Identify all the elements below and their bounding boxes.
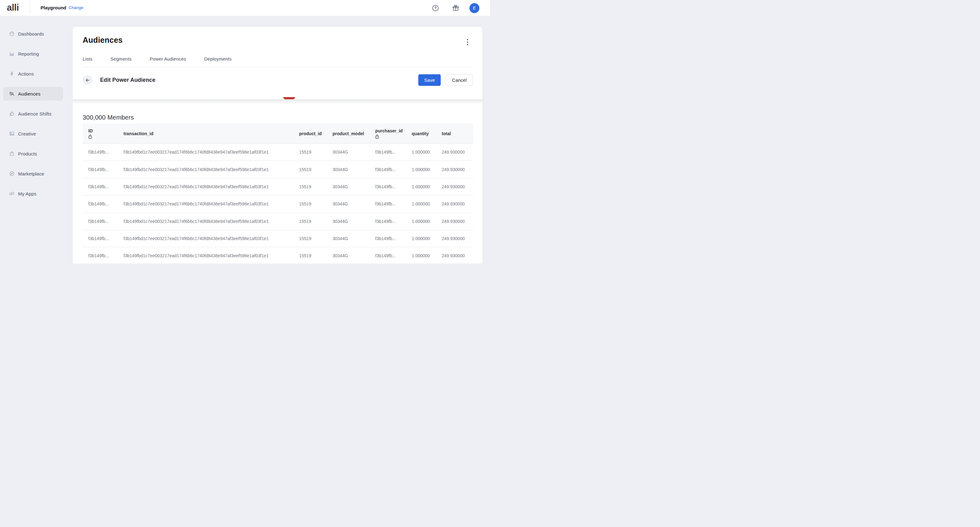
panel-sticky-header: Audiences Lists Segments Power Audiences… bbox=[73, 27, 482, 99]
cell-total: 249.930000 bbox=[436, 230, 473, 247]
gift-icon bbox=[452, 4, 460, 12]
column-label: quantity bbox=[412, 131, 428, 136]
sidebar-item-label: My Apps bbox=[18, 191, 37, 196]
cell-id: f3b149fb... bbox=[83, 247, 118, 264]
cell-quantity: 1.000000 bbox=[406, 195, 436, 212]
column-header-product_model: product_model bbox=[327, 124, 370, 143]
hidden-red-button[interactable] bbox=[283, 97, 295, 99]
cell-total: 249.930000 bbox=[436, 144, 473, 160]
cell-product_model: 30344G bbox=[327, 230, 370, 247]
column-label: ID bbox=[88, 128, 92, 133]
tab-lists[interactable]: Lists bbox=[83, 56, 92, 62]
sidebar-item-label: Reporting bbox=[18, 51, 39, 56]
column-header-purchaser_id: purchaser_id bbox=[370, 124, 406, 143]
sidebar-item-label: Audiences bbox=[18, 91, 41, 96]
sidebar-item-label: Marketplace bbox=[18, 171, 44, 176]
audiences-panel: Audiences Lists Segments Power Audiences… bbox=[73, 27, 482, 264]
user-avatar[interactable]: E bbox=[469, 3, 479, 13]
sidebar-item-dashboards[interactable]: Dashboards bbox=[3, 27, 63, 41]
cell-quantity: 1.000000 bbox=[406, 144, 436, 160]
sidebar-item-my-apps[interactable]: My Apps bbox=[3, 187, 63, 200]
cell-id: f3b149fb... bbox=[83, 161, 118, 178]
tab-power-audiences[interactable]: Power Audiences bbox=[150, 56, 186, 62]
cell-transaction_id: f3b149fbd1c7ee003217ead174f6b6c1740fd843… bbox=[118, 195, 293, 212]
sidebar-item-label: Audience Shifts bbox=[18, 111, 51, 117]
cell-product_id: 15519 bbox=[293, 178, 327, 195]
sidebar-item-label: Products bbox=[18, 151, 37, 157]
audience-tabs: Lists Segments Power Audiences Deploymen… bbox=[83, 56, 473, 67]
cell-transaction_id: f3b149fbd1c7ee003217ead174f6b6c1740fd843… bbox=[118, 212, 293, 230]
cell-product_model: 30344G bbox=[327, 161, 370, 178]
column-header-quantity: quantity bbox=[406, 124, 436, 143]
cell-product_id: 15519 bbox=[293, 161, 327, 178]
cell-id: f3b149fb... bbox=[83, 212, 118, 230]
back-button[interactable] bbox=[83, 75, 92, 85]
cell-transaction_id: f3b149fbd1c7ee003217ead174f6b6c1740fd843… bbox=[118, 247, 293, 264]
image-icon bbox=[9, 131, 15, 136]
rewards-button[interactable] bbox=[452, 4, 460, 12]
table-header-row: IDtransaction_idproduct_idproduct_modelp… bbox=[83, 124, 473, 144]
cell-total: 249.930000 bbox=[436, 195, 473, 212]
sidebar-item-audiences[interactable]: Audiences bbox=[3, 87, 63, 101]
table-row: f3b149fb...f3b149fbd1c7ee003217ead174f6b… bbox=[83, 247, 473, 264]
table-body: f3b149fb...f3b149fbd1c7ee003217ead174f6b… bbox=[83, 144, 473, 264]
more-options-button[interactable] bbox=[465, 38, 471, 46]
bar-chart-icon bbox=[9, 51, 15, 56]
sidebar-item-creative[interactable]: Creative bbox=[3, 127, 63, 141]
lock-icon bbox=[375, 134, 379, 139]
cell-quantity: 1.000000 bbox=[406, 178, 436, 195]
cell-quantity: 1.000000 bbox=[406, 212, 436, 230]
cell-total: 249.930000 bbox=[436, 161, 473, 178]
column-header-transaction_id: transaction_id bbox=[118, 124, 293, 143]
sidebar-item-audience-shifts[interactable]: Audience Shifts bbox=[3, 107, 63, 120]
thumbs-up-icon bbox=[9, 111, 15, 117]
cell-id: f3b149fb... bbox=[83, 195, 118, 212]
cell-product_model: 30344G bbox=[327, 212, 370, 230]
cell-total: 249.930000 bbox=[436, 178, 473, 195]
column-label: transaction_id bbox=[124, 131, 153, 136]
cell-product_model: 30344G bbox=[327, 144, 370, 160]
tab-deployments[interactable]: Deployments bbox=[204, 56, 232, 62]
cell-purchaser_id: f3b149fb... bbox=[370, 212, 406, 230]
cell-product_model: 30344G bbox=[327, 178, 370, 195]
sidebar: Dashboards Reporting Actions Audiences A… bbox=[0, 16, 73, 264]
lock-icon bbox=[88, 134, 92, 139]
table-row: f3b149fb...f3b149fbd1c7ee003217ead174f6b… bbox=[83, 212, 473, 230]
sidebar-item-actions[interactable]: Actions bbox=[3, 67, 63, 81]
cell-transaction_id: f3b149fbd1c7ee003217ead174f6b6c1740fd843… bbox=[118, 144, 293, 160]
cell-purchaser_id: f3b149fb... bbox=[370, 230, 406, 247]
save-button[interactable]: Save bbox=[418, 74, 441, 86]
alli-logo[interactable]: alli bbox=[7, 3, 19, 13]
cell-purchaser_id: f3b149fb... bbox=[370, 144, 406, 160]
column-label: total bbox=[442, 131, 451, 136]
cell-purchaser_id: f3b149fb... bbox=[370, 195, 406, 212]
cell-product_id: 15519 bbox=[293, 195, 327, 212]
table-row: f3b149fb...f3b149fbd1c7ee003217ead174f6b… bbox=[83, 230, 473, 247]
workspace-name: Playground bbox=[41, 5, 67, 10]
cell-product_id: 15519 bbox=[293, 212, 327, 230]
bolt-icon bbox=[9, 71, 15, 77]
help-button[interactable] bbox=[431, 4, 439, 12]
table-row: f3b149fb...f3b149fbd1c7ee003217ead174f6b… bbox=[83, 161, 473, 178]
cell-id: f3b149fb... bbox=[83, 230, 118, 247]
cell-purchaser_id: f3b149fb... bbox=[370, 178, 406, 195]
members-table: IDtransaction_idproduct_idproduct_modelp… bbox=[83, 124, 473, 264]
cell-product_id: 15519 bbox=[293, 230, 327, 247]
cell-id: f3b149fb... bbox=[83, 144, 118, 160]
sidebar-item-marketplace[interactable]: Marketplace bbox=[3, 167, 63, 180]
sidebar-item-reporting[interactable]: Reporting bbox=[3, 47, 63, 61]
sidebar-item-products[interactable]: Products bbox=[3, 147, 63, 160]
column-header-id: ID bbox=[83, 124, 118, 143]
cell-product_id: 15519 bbox=[293, 144, 327, 160]
cell-product_id: 15519 bbox=[293, 247, 327, 264]
topbar: alli Playground Change E bbox=[0, 0, 490, 16]
blocks-icon bbox=[9, 191, 15, 196]
tab-segments[interactable]: Segments bbox=[110, 56, 132, 62]
change-workspace-link[interactable]: Change bbox=[68, 5, 83, 10]
sidebar-item-label: Actions bbox=[18, 71, 34, 77]
column-label: product_id bbox=[299, 131, 321, 136]
gauge-icon bbox=[9, 31, 15, 37]
cell-purchaser_id: f3b149fb... bbox=[370, 247, 406, 264]
cell-total: 249.930000 bbox=[436, 212, 473, 230]
cancel-button[interactable]: Cancel bbox=[446, 74, 473, 86]
